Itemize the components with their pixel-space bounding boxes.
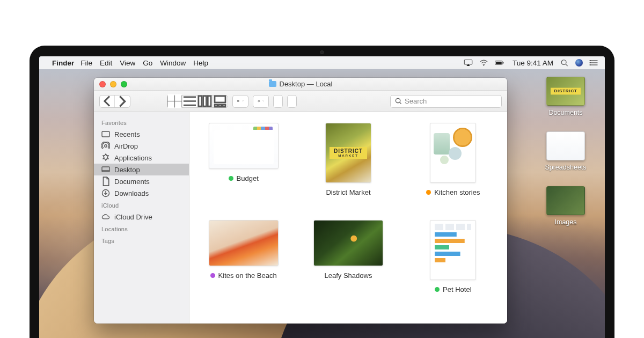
action-button[interactable] <box>253 95 269 108</box>
sidebar-item-desktop[interactable]: Desktop <box>94 164 189 175</box>
file-item[interactable]: Budget <box>203 123 284 196</box>
search-placeholder: Search <box>405 97 427 105</box>
svg-rect-4 <box>503 62 503 64</box>
camera-dot <box>320 50 324 54</box>
svg-point-11 <box>590 64 591 65</box>
search-icon <box>395 98 402 105</box>
file-thumbnail <box>209 123 279 169</box>
close-button[interactable] <box>99 81 106 87</box>
menu-go[interactable]: Go <box>143 59 152 67</box>
nav-back-forward <box>99 95 130 108</box>
file-item[interactable]: Leafy Shadows <box>308 220 389 293</box>
recents-icon <box>101 130 110 138</box>
sidebar-item-airdrop[interactable]: AirDrop <box>94 140 189 152</box>
forward-button[interactable] <box>115 95 130 107</box>
svg-rect-0 <box>464 60 472 64</box>
notification-center-icon[interactable] <box>589 59 598 67</box>
sidebar-item-documents[interactable]: Documents <box>94 175 189 187</box>
search-field[interactable]: Search <box>390 95 502 108</box>
sidebar-item-recents[interactable]: Recents <box>94 128 189 140</box>
minimize-button[interactable] <box>110 81 116 87</box>
file-item[interactable]: Pet Hotel <box>413 220 493 293</box>
file-item[interactable]: Kitchen stories <box>413 123 493 196</box>
menu-window[interactable]: Window <box>160 59 186 67</box>
share-button[interactable] <box>273 95 283 108</box>
desktop-icons: DISTRICT Documents Spreadsheets Images <box>536 77 595 226</box>
sidebar-item-icloud-drive[interactable]: iCloud Drive <box>94 211 189 223</box>
finder-content: Budget DISTRICTMARKET District Market Ki… <box>189 112 507 324</box>
view-mode-switcher <box>167 95 228 108</box>
file-label: Kitchen stories <box>434 188 480 196</box>
svg-point-10 <box>590 62 591 63</box>
cloud-icon <box>101 213 110 221</box>
folder-thumb-icon: DISTRICT <box>546 77 585 106</box>
wifi-icon[interactable] <box>479 59 488 67</box>
folder-thumb-icon <box>546 186 585 215</box>
file-thumbnail <box>430 220 476 280</box>
tag-dot <box>426 190 431 195</box>
view-icons-button[interactable] <box>167 95 182 107</box>
back-button[interactable] <box>100 95 115 107</box>
file-label: Leafy Shadows <box>325 271 372 280</box>
desktop-stack-documents[interactable]: DISTRICT Documents <box>546 77 585 116</box>
svg-rect-29 <box>238 101 239 101</box>
menu-file[interactable]: File <box>80 59 92 67</box>
file-item[interactable]: Kites on the Beach <box>203 220 284 293</box>
laptop-bezel: Finder File Edit View Go Window Help Tue… <box>30 46 614 338</box>
menubar-clock[interactable]: Tue 9:41 AM <box>513 59 553 67</box>
desktop-icon <box>101 166 110 173</box>
menu-help[interactable]: Help <box>193 59 208 67</box>
window-controls <box>99 81 127 87</box>
svg-rect-20 <box>203 96 207 106</box>
svg-rect-22 <box>215 96 225 102</box>
svg-point-9 <box>590 60 591 61</box>
menu-edit[interactable]: Edit <box>100 59 112 67</box>
svg-rect-24 <box>219 105 222 107</box>
svg-point-33 <box>105 145 107 147</box>
view-columns-button[interactable] <box>197 95 213 107</box>
menu-view[interactable]: View <box>120 59 135 67</box>
svg-rect-19 <box>199 96 202 106</box>
documents-icon <box>101 178 110 185</box>
sidebar-item-applications[interactable]: Applications <box>94 152 189 164</box>
battery-icon[interactable] <box>495 59 504 67</box>
desktop-stack-images[interactable]: Images <box>546 186 585 226</box>
view-list-button[interactable] <box>182 95 197 107</box>
sidebar-header-favorites: Favorites <box>94 116 189 128</box>
file-thumbnail <box>313 220 383 266</box>
svg-rect-26 <box>237 100 238 100</box>
folder-thumb-icon <box>546 131 585 160</box>
screen: Finder File Edit View Go Window Help Tue… <box>39 56 605 338</box>
svg-rect-27 <box>238 100 239 100</box>
fullscreen-button[interactable] <box>121 81 127 87</box>
view-gallery-button[interactable] <box>213 95 228 107</box>
tags-button[interactable] <box>287 95 297 108</box>
sidebar-header-locations[interactable]: Locations <box>94 223 189 234</box>
desktop-stack-spreadsheets[interactable]: Spreadsheets <box>545 131 586 171</box>
svg-rect-21 <box>208 96 211 106</box>
desktop-stack-label: Images <box>555 218 577 226</box>
svg-rect-15 <box>175 102 181 107</box>
downloads-icon <box>101 189 110 197</box>
menubar-status: Tue 9:41 AM <box>464 59 598 67</box>
finder-toolbar: Search <box>94 91 507 112</box>
svg-point-1 <box>484 65 485 66</box>
menubar-app-name[interactable]: Finder <box>52 59 74 67</box>
siri-icon[interactable] <box>575 59 583 67</box>
sidebar-header-tags[interactable]: Tags <box>94 234 189 246</box>
airdrop-icon <box>101 142 110 150</box>
tag-dot <box>210 273 215 278</box>
finder-titlebar[interactable]: Desktop — Local <box>94 78 507 91</box>
svg-rect-3 <box>496 62 502 64</box>
svg-point-31 <box>396 98 400 102</box>
sidebar-item-downloads[interactable]: Downloads <box>94 187 189 199</box>
airplay-icon[interactable] <box>464 59 473 67</box>
tag-dot <box>229 176 233 181</box>
arrange-button[interactable] <box>232 95 248 108</box>
spotlight-icon[interactable] <box>560 59 569 67</box>
file-item[interactable]: DISTRICTMARKET District Market <box>308 123 389 196</box>
svg-rect-13 <box>175 95 181 100</box>
desktop-stack-label: Spreadsheets <box>545 164 586 171</box>
file-thumbnail <box>209 220 279 266</box>
file-thumbnail: DISTRICTMARKET <box>325 123 371 183</box>
